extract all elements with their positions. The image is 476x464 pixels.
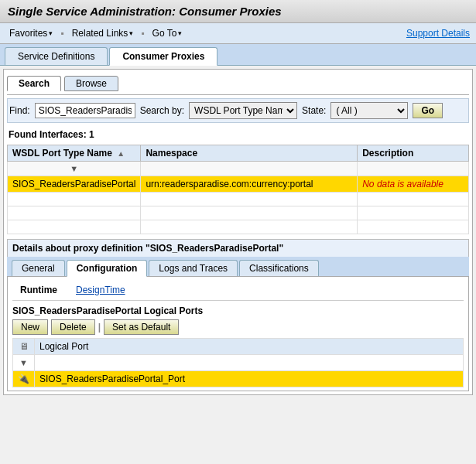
main-tabs: Service Definitions Consumer Proxies	[0, 44, 476, 66]
toolbar: Favorites ▾ ▪ Related Links ▾ ▪ Go To ▾ …	[0, 23, 476, 44]
col-header-name: WSDL Port Type Name ▲	[8, 145, 141, 162]
tab-consumer-proxies[interactable]: Consumer Proxies	[109, 47, 217, 66]
sub-tabs: Search Browse	[7, 73, 469, 95]
find-row: Find: Search by: WSDL Port Type Nam▾ Sta…	[7, 98, 469, 123]
favorites-label: Favorites	[9, 28, 47, 39]
find-input[interactable]	[35, 103, 135, 118]
state-label: State:	[302, 105, 326, 116]
detail-tab-classifications[interactable]: Classifications	[239, 260, 319, 276]
cell-description: No data is available	[358, 176, 469, 193]
logical-ports-title: SIOS_ReadersParadisePortal Logical Ports	[12, 304, 464, 319]
port-row[interactable]: 🔌 SIOS_ReadersParadisePortal_Port	[13, 371, 464, 387]
runtime-tab-designtime[interactable]: DesignTime	[68, 283, 133, 297]
cell-name: SIOS_ReadersParadisePortal	[8, 176, 141, 193]
search-by-label: Search by:	[140, 105, 184, 116]
related-links-label: Related Links	[72, 28, 128, 39]
tab-service-definitions[interactable]: Service Definitions	[5, 47, 108, 65]
ports-column-header: Logical Port	[35, 339, 464, 355]
page-title: Single Service Administration: Consumer …	[0, 0, 476, 23]
detail-tab-configuration[interactable]: Configuration	[67, 260, 148, 277]
go-button[interactable]: Go	[413, 103, 443, 118]
sort-icon-name[interactable]: ▲	[117, 149, 125, 158]
favorites-menu[interactable]: Favorites ▾	[6, 26, 56, 40]
col-header-description: Description	[358, 145, 469, 162]
find-label: Find:	[9, 105, 30, 116]
results-table: WSDL Port Type Name ▲ Namespace Descript…	[7, 145, 469, 234]
runtime-tab-runtime[interactable]: Runtime	[12, 283, 65, 297]
btn-separator: |	[98, 322, 101, 333]
detail-content: Runtime DesignTime SIOS_ReadersParadiseP…	[7, 277, 469, 391]
search-by-select[interactable]: WSDL Port Type Nam▾	[189, 102, 297, 119]
goto-arrow: ▾	[178, 29, 182, 37]
new-button[interactable]: New	[12, 319, 48, 335]
detail-tabs: General Configuration Logs and Traces Cl…	[7, 257, 469, 277]
set-default-button[interactable]: Set as Default	[104, 319, 179, 335]
support-details-link[interactable]: Support Details	[406, 28, 470, 39]
col-header-namespace: Namespace	[141, 145, 358, 162]
state-select[interactable]: ( All )	[330, 102, 408, 119]
tree-expand-icon: 🖥	[19, 341, 29, 352]
details-header: Details about proxy definition "SIOS_Rea…	[7, 239, 469, 257]
separator-1: ▪	[60, 28, 63, 39]
ports-header-row: 🖥 Logical Port	[13, 339, 464, 355]
detail-tab-logs[interactable]: Logs and Traces	[149, 260, 238, 276]
found-label: Found Interfaces: 1	[7, 126, 469, 143]
table-row	[8, 206, 469, 220]
subtab-browse[interactable]: Browse	[64, 76, 118, 91]
cell-namespace: urn:readersparadise.com:currency:portal	[141, 176, 358, 193]
related-links-menu[interactable]: Related Links ▾	[69, 26, 137, 40]
separator-2: ▪	[141, 28, 144, 39]
ports-filter-icon[interactable]: ▼	[19, 358, 28, 367]
goto-menu[interactable]: Go To ▾	[149, 26, 186, 40]
port-icon: 🔌	[18, 374, 29, 384]
filter-row: ▼	[8, 162, 469, 176]
table-row	[8, 220, 469, 234]
detail-tab-general[interactable]: General	[12, 260, 65, 276]
port-name: SIOS_ReadersParadisePortal_Port	[35, 371, 464, 387]
ports-table: 🖥 Logical Port ▼ 🔌 SIOS_ReadersParadiseP…	[12, 338, 464, 387]
related-links-arrow: ▾	[129, 29, 133, 37]
main-content: Search Browse Find: Search by: WSDL Port…	[3, 69, 473, 395]
subtab-search[interactable]: Search	[7, 76, 61, 91]
ports-filter-row: ▼	[13, 355, 464, 371]
filter-icon[interactable]: ▼	[70, 164, 78, 173]
action-buttons: New Delete | Set as Default	[12, 319, 464, 335]
delete-button[interactable]: Delete	[51, 319, 95, 335]
runtime-tabs: Runtime DesignTime	[12, 280, 464, 301]
goto-label: Go To	[152, 28, 177, 39]
favorites-arrow: ▾	[49, 29, 53, 37]
table-row	[8, 193, 469, 206]
table-row[interactable]: SIOS_ReadersParadisePortal urn:readerspa…	[8, 176, 469, 193]
